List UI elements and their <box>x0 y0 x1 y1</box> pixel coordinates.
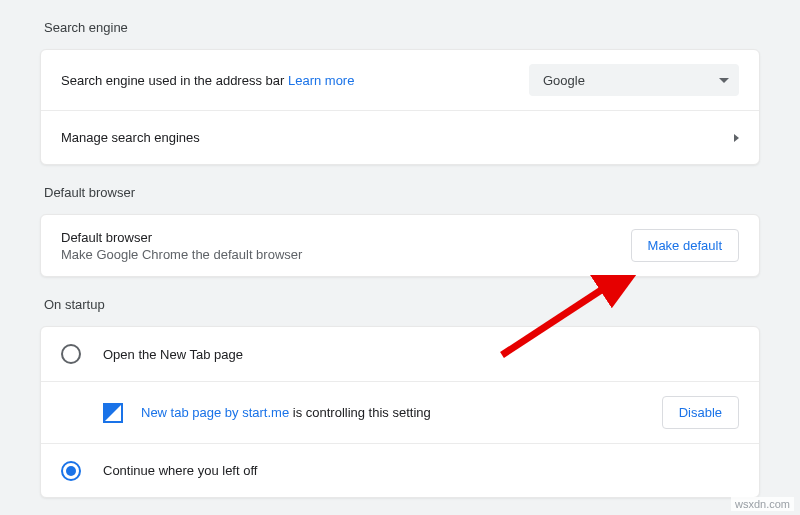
watermark: wsxdn.com <box>731 497 794 511</box>
disable-extension-button[interactable]: Disable <box>662 396 739 429</box>
search-engine-row: Search engine used in the address bar Le… <box>41 50 759 110</box>
chevron-right-icon <box>734 134 739 142</box>
caret-down-icon <box>719 78 729 83</box>
startup-extension-row: New tab page by start.me is controlling … <box>41 381 759 443</box>
default-browser-text: Default browser Make Google Chrome the d… <box>61 230 302 262</box>
startup-option-new-tab[interactable]: Open the New Tab page <box>41 327 759 381</box>
extension-rest-text: is controlling this setting <box>289 405 431 420</box>
manage-search-engines-row[interactable]: Manage search engines <box>41 110 759 164</box>
search-engine-label: Search engine used in the address bar <box>61 73 284 88</box>
learn-more-link[interactable]: Learn more <box>288 73 354 88</box>
make-default-button[interactable]: Make default <box>631 229 739 262</box>
search-engine-label-group: Search engine used in the address bar Le… <box>61 73 529 88</box>
radio-continue[interactable] <box>61 461 81 481</box>
default-browser-row: Default browser Make Google Chrome the d… <box>41 215 759 276</box>
search-engine-card: Search engine used in the address bar Le… <box>40 49 760 165</box>
radio-new-tab[interactable] <box>61 344 81 364</box>
startup-option-continue[interactable]: Continue where you left off <box>41 443 759 497</box>
on-startup-card: Open the New Tab page New tab page by st… <box>40 326 760 498</box>
extension-name-link[interactable]: New tab page by start.me <box>141 405 289 420</box>
startup-opt2-label: Continue where you left off <box>103 463 257 478</box>
startup-opt1-label: Open the New Tab page <box>103 347 243 362</box>
on-startup-section-title: On startup <box>40 277 760 326</box>
manage-search-engines-label: Manage search engines <box>61 130 200 145</box>
extension-icon <box>103 403 123 423</box>
default-browser-primary: Default browser <box>61 230 302 245</box>
extension-control-text: New tab page by start.me is controlling … <box>141 405 431 420</box>
default-browser-secondary: Make Google Chrome the default browser <box>61 247 302 262</box>
search-engine-value: Google <box>543 73 585 88</box>
default-browser-card: Default browser Make Google Chrome the d… <box>40 214 760 277</box>
search-engine-select[interactable]: Google <box>529 64 739 96</box>
search-engine-section-title: Search engine <box>40 0 760 49</box>
default-browser-section-title: Default browser <box>40 165 760 214</box>
